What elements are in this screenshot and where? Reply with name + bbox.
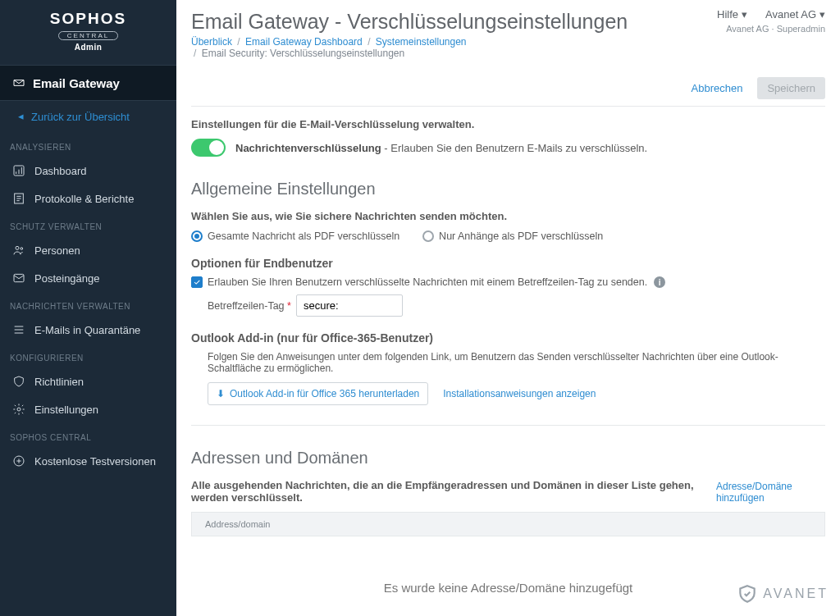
radio-encrypt-full[interactable]: Gesamte Nachricht als PDF verschlüsseln (191, 230, 399, 242)
svg-rect-4 (14, 274, 24, 281)
crumb-current: Email Security: Verschlüsselungseinstell… (202, 48, 404, 59)
sidebar-item-label: Richtlinien (34, 376, 84, 388)
outlook-instructions-link[interactable]: Installationsanweisungen anzeigen (443, 388, 596, 399)
encryption-toggle-rest: - Erlauben Sie den Benutzern E-Mails zu … (381, 142, 647, 154)
chevron-down-icon: ▾ (742, 8, 747, 21)
save-button[interactable]: Speichern (757, 77, 825, 99)
allow-tag-label: Erlauben Sie Ihren Benutzern verschlüsse… (208, 276, 647, 288)
encryption-toggle-bold: Nachrichtenverschlüsselung (235, 142, 381, 154)
mail-icon (11, 75, 26, 90)
dashboard-icon (11, 163, 26, 178)
quarantine-icon (11, 322, 26, 337)
outlook-block: Folgen Sie den Anweisungen unter dem fol… (191, 351, 825, 405)
breadcrumb: Überblick / Email Gateway Dashboard / Sy… (191, 36, 628, 59)
sidebar-item-label: Kostenlose Testversionen (34, 455, 156, 468)
svg-point-3 (21, 248, 23, 250)
sidebar-item-reports[interactable]: Protokolle & Berichte (0, 185, 176, 212)
add-domain-link[interactable]: Adresse/Domäne hinzufügen (716, 481, 825, 504)
domains-intro: Alle ausgehenden Nachrichten, die an die… (191, 479, 716, 504)
domains-col-label: Address/domain (205, 519, 271, 529)
people-icon (11, 243, 26, 258)
settings-intro: Einstellungen für die E-Mail-Verschlüsse… (191, 118, 825, 130)
domains-head-row: Alle ausgehenden Nachrichten, die an die… (191, 479, 825, 504)
sidebar-section-config: KONFIGURIEREN (0, 344, 176, 367)
sidebar-section-central: SOPHOS CENTRAL (0, 423, 176, 447)
svg-point-2 (16, 246, 19, 249)
crumb-system[interactable]: Systemeinstellungen (376, 36, 467, 48)
outlook-download-button[interactable]: ⬇ Outlook Add-in für Office 365 herunter… (208, 382, 428, 405)
sidebar-item-label: Posteingänge (34, 272, 100, 285)
policy-icon (11, 374, 26, 389)
general-settings-title: Allgemeine Einstellungen (191, 180, 825, 198)
action-bar: Abbrechen Speichern (191, 77, 825, 107)
sidebar-item-label: Personen (34, 244, 80, 257)
current-app-label: Email Gateway (33, 76, 120, 90)
tenant-label: Avanet AG (765, 8, 816, 21)
radio-label: Gesamte Nachricht als PDF verschlüsseln (208, 230, 399, 242)
domains-table-header: Address/domain (191, 512, 825, 536)
radio-label: Nur Anhänge als PDF verschlüsseln (439, 230, 603, 242)
radio-prompt: Wählen Sie aus, wie Sie sichere Nachrich… (191, 210, 825, 222)
inbox-icon (11, 271, 26, 285)
trial-icon (11, 454, 26, 468)
sidebar-section-analyze: ANALYSIEREN (0, 133, 176, 157)
sidebar-item-trials[interactable]: Kostenlose Testversionen (0, 447, 176, 475)
sidebar-item-label: Dashboard (34, 165, 87, 177)
crumb-dashboard[interactable]: Email Gateway Dashboard (245, 36, 363, 48)
radio-icon (422, 230, 434, 242)
required-mark: * (287, 300, 291, 312)
subject-tag-input[interactable] (296, 294, 403, 317)
current-app[interactable]: Email Gateway (0, 65, 176, 101)
brand-name: SOPHOS (0, 10, 176, 28)
sidebar-item-quarantine[interactable]: E-Mails in Quarantäne (0, 316, 176, 344)
sidebar-item-settings[interactable]: Einstellungen (0, 395, 176, 423)
sidebar-item-dashboard[interactable]: Dashboard (0, 157, 176, 185)
help-menu[interactable]: Hilfe ▾ (717, 8, 747, 21)
allow-tag-checkbox[interactable] (191, 276, 203, 288)
encryption-toggle-label: Nachrichtenverschlüsselung - Erlauben Si… (235, 142, 647, 154)
encryption-mode-radio: Gesamte Nachricht als PDF verschlüsseln … (191, 230, 825, 242)
sidebar-item-label: Protokolle & Berichte (34, 193, 134, 205)
info-icon[interactable]: i (654, 276, 665, 288)
page-title: Email Gateway - Verschlüsselungseinstell… (191, 10, 628, 34)
top-right: Hilfe ▾ Avanet AG ▾ Avanet AG · Superadm… (717, 8, 825, 59)
main-content: Email Gateway - Verschlüsselungseinstell… (176, 0, 840, 616)
sidebar: SOPHOS CENTRAL Admin Email Gateway Zurüc… (0, 0, 176, 616)
help-label: Hilfe (717, 8, 738, 21)
sidebar-section-protect: SCHUTZ VERWALTEN (0, 212, 176, 236)
settings-icon (11, 402, 26, 417)
tenant-subinfo: Avanet AG · Superadmin (717, 24, 825, 34)
enduser-title: Optionen für Endbenutzer (191, 257, 825, 270)
chevron-down-icon: ▾ (819, 8, 825, 21)
encryption-toggle[interactable] (191, 139, 226, 157)
cancel-button[interactable]: Abbrechen (688, 77, 746, 99)
radio-icon (191, 230, 203, 242)
download-icon: ⬇ (217, 388, 225, 399)
report-icon (11, 191, 26, 206)
tag-field-row: Betreffzeilen-Tag * (208, 294, 825, 317)
back-to-overview[interactable]: Zurück zur Übersicht (0, 101, 176, 133)
back-label: Zurück zur Übersicht (31, 111, 130, 123)
sidebar-item-people[interactable]: Personen (0, 236, 176, 264)
crumb-overview[interactable]: Überblick (191, 36, 232, 48)
sidebar-item-inboxes[interactable]: Posteingänge (0, 264, 176, 292)
outlook-text: Folgen Sie den Anweisungen unter dem fol… (191, 351, 825, 374)
encryption-toggle-row: Nachrichtenverschlüsselung - Erlauben Si… (191, 139, 825, 157)
divider (191, 425, 825, 426)
domains-empty-message: Es wurde keine Adresse/Domäne hinzugefüg… (191, 581, 825, 595)
tenant-menu[interactable]: Avanet AG ▾ (765, 8, 825, 21)
outlook-title: Outlook Add-in (nur für Office-365-Benut… (191, 331, 825, 345)
outlook-download-label: Outlook Add-in für Office 365 herunterla… (230, 388, 419, 399)
sidebar-item-policies[interactable]: Richtlinien (0, 367, 176, 395)
brand-logo: SOPHOS CENTRAL Admin (0, 0, 176, 58)
brand-role: Admin (0, 43, 176, 52)
domains-title: Adressen und Domänen (191, 449, 825, 468)
brand-variant: CENTRAL (58, 31, 118, 40)
sidebar-item-label: Einstellungen (34, 404, 98, 416)
tag-field-label: Betreffzeilen-Tag * (208, 300, 291, 312)
sidebar-section-messages: NACHRICHTEN VERWALTEN (0, 292, 176, 316)
allow-tag-check-row: Erlauben Sie Ihren Benutzern verschlüsse… (191, 276, 825, 288)
radio-encrypt-attachments[interactable]: Nur Anhänge als PDF verschlüsseln (422, 230, 603, 242)
svg-point-5 (17, 408, 21, 411)
page-header: Email Gateway - Verschlüsselungseinstell… (191, 8, 825, 59)
